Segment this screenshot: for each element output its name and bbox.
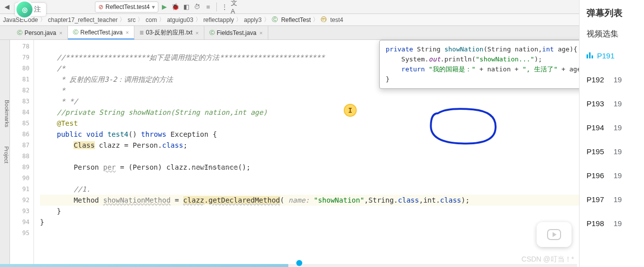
code-line: public void test4() throws Exception { xyxy=(40,129,644,140)
tab-txt[interactable]: ≣ 03-反射的应用.txt × xyxy=(134,26,204,39)
line-gutter: 78 79 80 81 82 83 84 85 86 87 88 89 90 9… xyxy=(10,40,34,267)
code-line: Class clazz = Person.class; xyxy=(40,140,644,151)
chevron-down-icon: ▾ xyxy=(152,3,155,10)
breadcrumb-com[interactable]: com xyxy=(144,16,158,23)
tab-label: FieldsTest.java xyxy=(217,29,256,36)
line-number: 79 xyxy=(10,52,33,63)
java-file-icon: Ⓒ xyxy=(73,28,78,36)
close-icon[interactable]: × xyxy=(59,30,62,36)
line-number: 94 xyxy=(10,217,33,228)
playlist-item[interactable]: P19519 xyxy=(580,139,644,163)
close-icon[interactable]: × xyxy=(259,30,262,36)
line-number: 78 xyxy=(10,41,33,52)
playlist-item[interactable]: P191 xyxy=(580,43,644,67)
playlist-item-num: P198 xyxy=(587,219,610,228)
playlist-item-num: P193 xyxy=(587,99,610,108)
code-line: //private String showNation(String natio… xyxy=(40,107,644,118)
line-number: 84 xyxy=(10,107,33,118)
run-icon[interactable]: ▶ xyxy=(159,2,169,12)
tab-label: Person.java xyxy=(24,29,56,36)
tab-fieldstest[interactable]: Ⓒ FieldsTest.java × xyxy=(204,26,268,39)
playlist-item-num: P191 xyxy=(597,51,620,60)
video-progress-knob[interactable] xyxy=(296,260,302,266)
close-icon[interactable]: × xyxy=(195,30,198,36)
playlist-item[interactable]: P19319 xyxy=(580,91,644,115)
playlist-item-dur: 19 xyxy=(614,147,622,156)
left-lower-tool-bar: Bookmarks Structure xyxy=(0,100,10,127)
code-line-current: Method showNationMethod = clazz.getDecla… xyxy=(40,195,644,206)
annotation-circle-icon xyxy=(428,105,500,147)
playlist-item-num: P195 xyxy=(587,147,610,156)
video-progress-bar[interactable] xyxy=(0,264,577,267)
code-line: Person per = (Person) clazz.newInstance(… xyxy=(40,162,644,173)
playlist-item-dur: 19 xyxy=(614,219,622,228)
run-config-label: ReflectTest.test4 xyxy=(105,3,150,10)
playlist-item-dur: 19 xyxy=(614,171,622,180)
code-line: //1. xyxy=(40,184,644,195)
line-number: 95 xyxy=(10,228,33,239)
method-icon: ⓜ xyxy=(320,15,328,24)
bookmarks-tool-tab[interactable]: Bookmarks xyxy=(4,100,10,127)
coverage-icon[interactable]: ◧ xyxy=(181,2,191,12)
playlist-item[interactable]: P19819 xyxy=(580,211,644,235)
breadcrumb-sub[interactable]: apply3 xyxy=(243,16,262,23)
class-icon: Ⓒ xyxy=(271,15,279,24)
avatar: ◎ xyxy=(15,0,34,19)
debug-icon[interactable]: 🐞 xyxy=(170,2,180,12)
danmu-header[interactable]: 弹幕列表 xyxy=(580,0,644,22)
profile-icon[interactable]: ⏱ xyxy=(192,2,202,12)
editor-tabs: Ⓒ Person.java × Ⓒ ReflectTest.java × ≣ 0… xyxy=(0,26,644,40)
line-number: 88 xyxy=(10,151,33,162)
close-icon[interactable]: × xyxy=(126,29,129,35)
line-number: 89 xyxy=(10,162,33,173)
tab-label: ReflectTest.java xyxy=(80,29,123,36)
video-playlist-panel: 弹幕列表 视频选集 P191 P19219 P19319 P19419 P195… xyxy=(579,0,644,267)
tool-icon[interactable]: ⋮ xyxy=(220,2,230,12)
translate-icon[interactable]: 文A xyxy=(231,2,241,12)
line-number: 92 xyxy=(10,195,33,206)
breadcrumb-src[interactable]: src xyxy=(126,16,136,23)
breadcrumb-class[interactable]: ReflectTest xyxy=(280,16,312,23)
line-number: 85 xyxy=(10,118,33,129)
breadcrumb: JavaSECode〉 chapter17_reflect_teacher〉 s… xyxy=(0,14,644,26)
playlist-item[interactable]: P19619 xyxy=(580,163,644,187)
watermark: CSDN @叮当！* xyxy=(522,255,574,264)
code-line: @Test xyxy=(40,118,644,129)
code-line: * */ xyxy=(40,96,644,107)
playlist-item-dur: 19 xyxy=(614,195,622,204)
tab-reflecttest[interactable]: Ⓒ ReflectTest.java × xyxy=(68,26,134,39)
line-number: 86 xyxy=(10,129,33,140)
line-number: 83 xyxy=(10,96,33,107)
line-number: 80 xyxy=(10,63,33,74)
playlist-item[interactable]: P19219 xyxy=(580,67,644,91)
playlist-header[interactable]: 视频选集 xyxy=(580,22,644,43)
line-number: 90 xyxy=(10,173,33,184)
playlist-item-num: P192 xyxy=(587,75,610,84)
breadcrumb-method[interactable]: test4 xyxy=(329,16,344,23)
code-line: } xyxy=(40,206,644,217)
tab-label: 03-反射的应用.txt xyxy=(146,28,192,37)
line-number: 93 xyxy=(10,206,33,217)
java-file-icon: Ⓒ xyxy=(17,29,22,36)
line-number: 91 xyxy=(10,184,33,195)
stop-icon[interactable]: ■ xyxy=(203,2,213,12)
playlist-item-dur: 19 xyxy=(614,75,622,84)
project-tool-tab[interactable]: Project xyxy=(0,40,10,267)
playlist-item-dur: 19 xyxy=(614,123,622,132)
run-config-combo[interactable]: ⊘ ReflectTest.test4 ▾ xyxy=(95,1,158,12)
playlist-item[interactable]: P19719 xyxy=(580,187,644,211)
back-icon[interactable]: ◀ xyxy=(2,2,12,12)
breadcrumb-chapter[interactable]: chapter17_reflect_teacher xyxy=(47,16,118,23)
playing-icon xyxy=(587,52,593,58)
code-line xyxy=(40,173,644,184)
line-number: 87 xyxy=(10,140,33,151)
playlist-item[interactable]: P19419 xyxy=(580,115,644,139)
tab-person[interactable]: Ⓒ Person.java × xyxy=(12,26,68,39)
breadcrumb-pkg[interactable]: reflectapply xyxy=(202,16,235,23)
java-file-icon: Ⓒ xyxy=(209,29,215,36)
line-number: 82 xyxy=(10,85,33,96)
code-line xyxy=(40,151,644,162)
mini-player-button[interactable] xyxy=(537,222,572,247)
playlist-item-num: P194 xyxy=(587,123,610,132)
breadcrumb-org[interactable]: atguigu03 xyxy=(166,16,194,23)
